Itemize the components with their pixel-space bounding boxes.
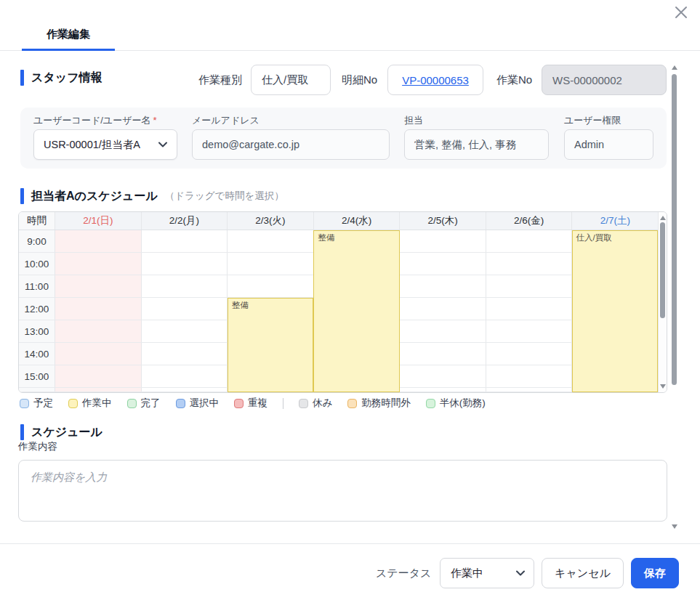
- schedule-cell[interactable]: [142, 230, 228, 252]
- schedule-grid-body[interactable]: 時間2/1(日)2/2(月)2/3(火)2/4(水)2/5(木)2/6(金)2/…: [19, 212, 658, 392]
- schedule-cell[interactable]: [400, 388, 486, 392]
- legend-label: 選択中: [190, 397, 220, 410]
- user-select[interactable]: USR-00001/担当者A: [33, 129, 177, 160]
- schedule-cell[interactable]: [142, 275, 228, 297]
- email-field-label: メールアドレス: [192, 114, 260, 127]
- tanto-field-label: 担当: [404, 114, 423, 127]
- schedule-cell[interactable]: [55, 365, 142, 387]
- day-header-text: 2/4(水): [342, 214, 371, 227]
- day-column-header: 2/1(日): [55, 212, 142, 230]
- schedule-cell[interactable]: [486, 230, 573, 252]
- legend-item: 作業中: [68, 397, 112, 410]
- legend-item: 完了: [127, 397, 161, 410]
- day-column-header: 2/3(火): [228, 212, 314, 230]
- scroll-up-icon[interactable]: [672, 65, 677, 70]
- role-field-label: ユーザー権限: [564, 114, 621, 127]
- role-field: Admin: [564, 129, 653, 160]
- schedule-cell[interactable]: [55, 253, 142, 275]
- legend-swatch-icon: [299, 399, 308, 408]
- detail-no-link[interactable]: VP-00000653: [402, 74, 469, 86]
- schedule-cell[interactable]: [55, 343, 142, 365]
- cancel-button[interactable]: キャンセル: [542, 558, 624, 588]
- scroll-down-icon[interactable]: [660, 384, 666, 389]
- legend-label: 予定: [33, 397, 53, 410]
- footer-divider: [0, 543, 700, 544]
- grid-scrollbar-thumb[interactable]: [660, 222, 665, 318]
- time-cell: 9:00: [19, 230, 55, 252]
- legend-item: 半休(勤務): [426, 397, 486, 410]
- schedule-cell[interactable]: [55, 230, 142, 252]
- schedule-cell[interactable]: [55, 298, 142, 320]
- schedule-cell[interactable]: [400, 320, 486, 342]
- schedule-cell[interactable]: [228, 275, 314, 297]
- email-field-value: demo@cargate.co.jp: [202, 139, 299, 150]
- schedule-cell[interactable]: [400, 298, 486, 320]
- time-cell: 12:00: [19, 298, 55, 320]
- scroll-up-icon[interactable]: [660, 216, 666, 220]
- time-cell: 10:00: [19, 253, 55, 275]
- day-header-text: 2/5(木): [427, 214, 457, 227]
- schedule-cell[interactable]: [486, 365, 573, 387]
- schedule-cell[interactable]: [400, 365, 486, 387]
- status-select-value: 作業中: [451, 567, 483, 580]
- day-column-header: 2/7(土): [572, 212, 658, 230]
- schedule-cell[interactable]: [142, 365, 228, 387]
- time-cell: 13:00: [19, 320, 55, 342]
- legend-label: 半休(勤務): [440, 397, 486, 410]
- schedule-cell[interactable]: [142, 320, 228, 342]
- schedule-cell[interactable]: [228, 230, 314, 252]
- schedule-cell[interactable]: [400, 230, 486, 252]
- schedule-event[interactable]: 整備: [313, 230, 399, 392]
- schedule-cell[interactable]: [486, 343, 573, 365]
- schedule-cell[interactable]: [142, 343, 228, 365]
- schedule-event[interactable]: 仕入/買取: [572, 230, 658, 392]
- schedule-cell[interactable]: [486, 275, 573, 297]
- work-content-input[interactable]: [18, 460, 667, 522]
- legend-swatch-icon: [234, 399, 244, 408]
- role-field-value: Admin: [574, 139, 604, 150]
- work-content-label: 作業内容: [18, 440, 57, 453]
- work-no-value: WS-00000002: [542, 65, 667, 95]
- legend-item: 勤務時間外: [347, 397, 411, 410]
- schedule-form-title: スケジュール: [31, 425, 102, 440]
- staff-info-title: スタッフ情報: [31, 70, 102, 86]
- tab-work-edit[interactable]: 作業編集: [22, 20, 115, 51]
- schedule-cell[interactable]: [486, 298, 573, 320]
- day-column-header: 2/4(水): [314, 212, 401, 230]
- schedule-cell[interactable]: [142, 388, 228, 392]
- legend-label: 作業中: [82, 397, 112, 410]
- grid-scrollbar[interactable]: [658, 212, 667, 392]
- chevron-down-icon: [158, 142, 167, 147]
- schedule-cell[interactable]: [400, 343, 486, 365]
- scroll-down-icon[interactable]: [672, 524, 677, 529]
- schedule-cell[interactable]: [142, 298, 228, 320]
- legend-divider: [283, 398, 283, 409]
- work-type-text: 仕入/買取: [262, 73, 308, 87]
- legend-item: 選択中: [176, 397, 220, 410]
- schedule-cell[interactable]: [228, 253, 314, 275]
- schedule-cell[interactable]: [486, 388, 573, 392]
- legend-swatch-icon: [68, 399, 78, 408]
- section-accent-bar: [20, 424, 24, 440]
- schedule-cell[interactable]: [142, 253, 228, 275]
- dialog-scrollbar-thumb[interactable]: [672, 74, 677, 385]
- schedule-cell[interactable]: [400, 253, 486, 275]
- schedule-cell[interactable]: [55, 275, 142, 297]
- day-header-text: 2/3(火): [255, 214, 285, 227]
- schedule-cell[interactable]: [400, 275, 486, 297]
- save-button[interactable]: 保存: [631, 558, 679, 588]
- schedule-grid[interactable]: 時間2/1(日)2/2(月)2/3(火)2/4(水)2/5(木)2/6(金)2/…: [18, 211, 667, 393]
- status-select[interactable]: 作業中: [440, 558, 534, 588]
- schedule-grid-title: 担当者Aのスケジュール: [31, 189, 158, 204]
- schedule-cell[interactable]: [486, 320, 573, 342]
- legend-label: 休み: [313, 397, 332, 410]
- legend-item: 重複: [234, 397, 267, 410]
- schedule-cell[interactable]: [486, 253, 573, 275]
- schedule-cell[interactable]: [55, 320, 142, 342]
- schedule-event[interactable]: 整備: [228, 298, 313, 392]
- legend-item: 休み: [299, 397, 332, 410]
- detail-no-label: 明細No: [342, 65, 377, 95]
- dialog-scrollbar[interactable]: [670, 62, 678, 536]
- user-field-label-text: ユーザーコード/ユーザー名: [33, 115, 150, 126]
- schedule-cell[interactable]: [55, 388, 142, 392]
